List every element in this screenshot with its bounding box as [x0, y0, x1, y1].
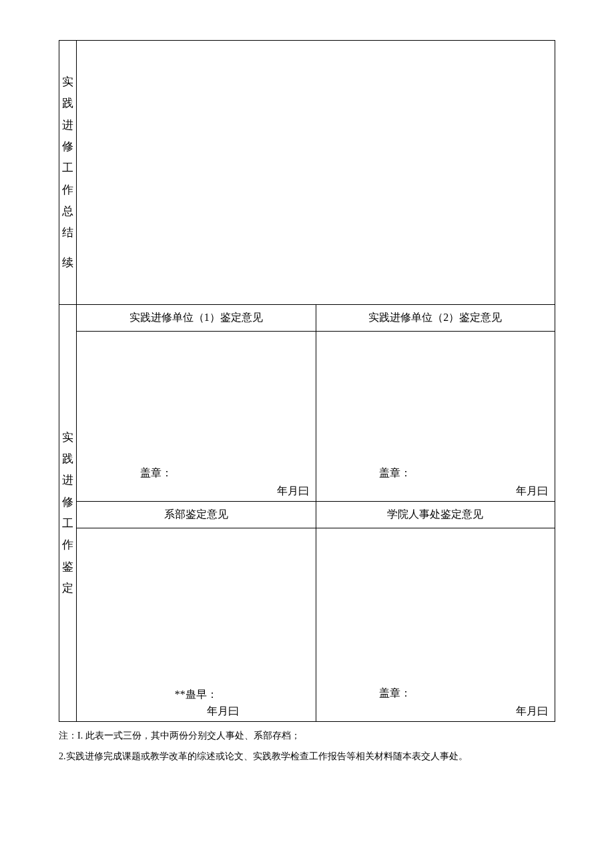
unit2-opinion-header: 实践进修单位（2）鉴定意见 — [316, 305, 555, 332]
unit1-opinion-header: 实践进修单位（1）鉴定意见 — [77, 305, 316, 332]
unit1-stamp: 盖章： — [83, 466, 309, 480]
summary-label-4: 总结 — [62, 201, 73, 244]
summary-content-cell — [77, 41, 555, 305]
hr-opinion-body: 盖章： 年月曰 — [316, 528, 555, 722]
unit1-date: 年月曰 — [83, 484, 309, 498]
summary-label-1: 实践 — [62, 71, 73, 115]
unit2-date: 年月曰 — [323, 484, 549, 498]
hr-stamp: 盖章： — [323, 687, 549, 701]
summary-label-5: 续 — [62, 252, 73, 274]
appraisal-label-1: 实践 — [62, 427, 73, 470]
appraisal-label-3: 工作 — [62, 513, 73, 556]
form-table: 实践 进修 工作 总结 续 实践 进修 工作 鉴定 实践进修单位（1）鉴定意见 … — [59, 40, 555, 722]
unit2-stamp: 盖章： — [323, 466, 549, 480]
appraisal-label-4: 鉴定 — [62, 556, 73, 600]
footer-notes: 注：I. 此表一式三份，其中两份分别交人事处、系部存档； 2.实践进修完成课题或… — [59, 726, 555, 767]
dept-date: 年月曰 — [83, 705, 309, 719]
dept-stamp: **蛊早： — [83, 688, 309, 702]
dept-opinion-body: **蛊早： 年月曰 — [77, 528, 316, 722]
hr-date: 年月曰 — [323, 705, 549, 719]
dept-opinion-header: 系部鉴定意见 — [77, 502, 316, 528]
summary-label-2: 进修 — [62, 115, 73, 158]
unit2-opinion-body: 盖章： 年月曰 — [316, 332, 555, 502]
hr-opinion-header: 学院人事处鉴定意见 — [316, 502, 555, 528]
appraisal-label-cell: 实践 进修 工作 鉴定 — [59, 305, 77, 722]
note-1: 注：I. 此表一式三份，其中两份分别交人事处、系部存档； — [59, 726, 555, 747]
summary-label-3: 工作 — [62, 157, 73, 201]
note-2: 2.实践进修完成课题或教学改革的综述或论文、实践教学检查工作报告等相关材料随本表… — [59, 747, 555, 767]
unit1-opinion-body: 盖章： 年月曰 — [77, 332, 316, 502]
summary-label-cell: 实践 进修 工作 总结 续 — [59, 41, 77, 305]
appraisal-label-2: 进修 — [62, 470, 73, 513]
